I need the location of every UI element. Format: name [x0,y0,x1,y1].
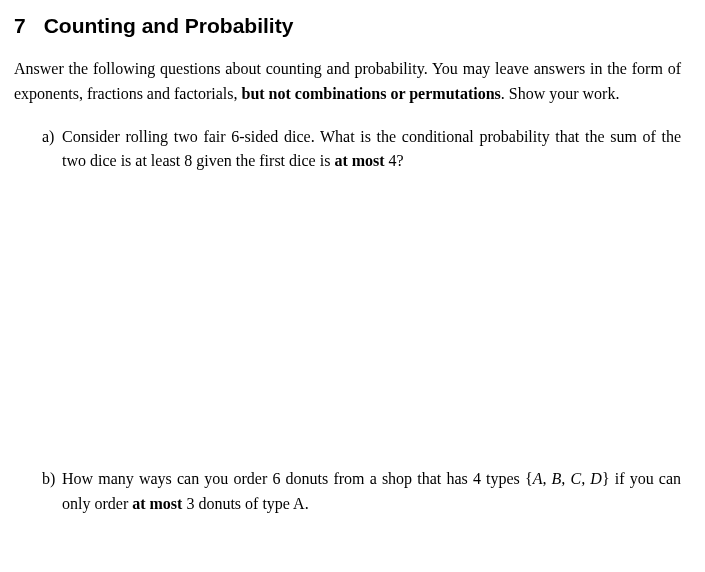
item-b-text-1: How many ways can you order 6 donuts fro… [62,470,533,487]
item-b-math: A, B, C, D [533,470,602,487]
intro-text-2: . Show your work. [501,85,620,102]
item-b: b) How many ways can you order 6 donuts … [42,467,681,517]
item-b-bold-1: at most [132,495,182,512]
item-a-bold-1: at most [334,152,384,169]
item-a-marker: a) [42,125,54,150]
intro-bold: but not combinations or permutations [241,85,500,102]
item-b-marker: b) [42,467,55,492]
item-list: a) Consider rolling two fair 6-sided dic… [14,125,681,517]
item-a-text-2: 4? [385,152,404,169]
item-b-text-3: 3 donuts of type A. [182,495,308,512]
section-number: 7 [14,14,26,38]
section-heading: 7Counting and Probability [14,14,681,38]
item-a: a) Consider rolling two fair 6-sided dic… [42,125,681,175]
section-title: Counting and Probability [44,14,294,37]
intro-paragraph: Answer the following questions about cou… [14,57,681,107]
